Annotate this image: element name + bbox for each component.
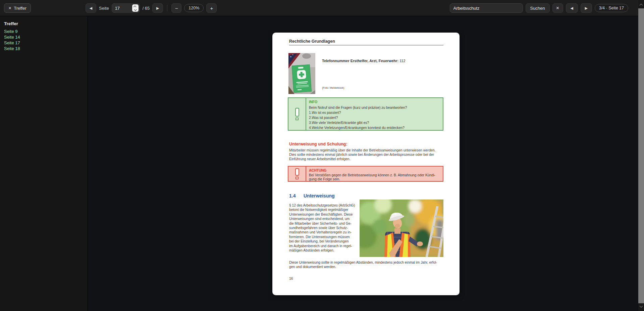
previous-page-button[interactable]: ◀ bbox=[86, 3, 96, 13]
training-section-paragraph: Mitarbeiter müssen regelmäßig über die I… bbox=[289, 148, 444, 162]
search-result-link[interactable]: Seite 18 bbox=[4, 46, 20, 51]
emergency-phone-line: Telefonnummer Ersthelfer, Arzt, Feuerweh… bbox=[322, 59, 406, 63]
window-scrollbar[interactable] bbox=[638, 0, 644, 311]
scroll-down-button[interactable] bbox=[638, 303, 644, 310]
clear-search-button[interactable]: ✕ bbox=[552, 3, 563, 13]
document-page: Rechtliche Grundlagen bbox=[272, 33, 460, 295]
paragraph-line: maßnahmen und Verhaltensregeln zu in- bbox=[289, 230, 359, 234]
scroll-up-button[interactable] bbox=[638, 1, 644, 8]
close-icon: ✕ bbox=[8, 6, 11, 10]
search-result-link[interactable]: Seite 9 bbox=[4, 29, 20, 34]
search-results-sidebar: Treffer Seite 9Seite 14Seite 17Seite 18 bbox=[0, 16, 88, 311]
next-page-icon: ▶ bbox=[156, 6, 159, 10]
paragraph-line: § 12 des Arbeitsschutzgesetzes (ArbSchG) bbox=[289, 203, 359, 208]
document-header: Rechtliche Grundlagen bbox=[289, 39, 335, 44]
search-results-list: Seite 9Seite 14Seite 17Seite 18 bbox=[4, 29, 20, 51]
minus-icon: − bbox=[175, 5, 178, 11]
plus-icon: + bbox=[210, 5, 213, 11]
training-section-title: Unterweisung und Schulung: bbox=[289, 142, 347, 146]
page-number-spinner[interactable] bbox=[112, 3, 140, 13]
search-result-link[interactable]: Seite 14 bbox=[4, 35, 20, 39]
chevron-up-icon bbox=[640, 3, 643, 7]
sidebar-title: Treffer bbox=[4, 21, 18, 26]
emergency-phone-label: Telefonnummer Ersthelfer, Arzt, Feuerweh… bbox=[322, 59, 398, 63]
paragraph-line: die Mitarbeiter über Sicherheits- und Ge… bbox=[289, 221, 359, 226]
warning-box-title: ACHTUNG bbox=[309, 168, 440, 172]
page-number-label: 16 bbox=[289, 276, 293, 280]
info-box-item: 2.Was ist passiert? bbox=[309, 115, 440, 120]
paragraph-line: Einführung neuer Arbeitsmittel erfolgen. bbox=[289, 157, 444, 161]
paragraph-line: im Aufgabenbereich und danach in regel- bbox=[289, 244, 359, 248]
warning-icon-cell bbox=[288, 167, 306, 181]
paragraph-line: Unterweisungen sind entscheidend, um bbox=[289, 217, 359, 221]
search-button-label: Suchen bbox=[530, 6, 545, 11]
emergency-phone-number: 112 bbox=[399, 59, 406, 63]
paragraph-line: Dies sollte mindestens einmal jährlich s… bbox=[289, 152, 444, 157]
search-result-link[interactable]: Seite 17 bbox=[4, 41, 20, 45]
first-aid-photo-graphic bbox=[288, 53, 315, 94]
chevron-down-icon bbox=[640, 304, 643, 308]
spinner-steppers[interactable] bbox=[132, 4, 139, 12]
closing-paragraph: Diese Unterweisung sollte in regelmäßige… bbox=[289, 260, 444, 269]
warning-box: ACHTUNG Bei Verstößen gegen die Betriebs… bbox=[288, 166, 443, 182]
next-match-icon: ▶ bbox=[585, 6, 587, 10]
paragraph-line: gen und dokumentiert werden. bbox=[289, 265, 444, 269]
zoom-in-button[interactable]: + bbox=[206, 3, 217, 13]
info-box-items: 1.Wo ist es passiert?2.Was ist passiert?… bbox=[309, 110, 440, 130]
page-total-label: / 65 bbox=[143, 6, 150, 11]
worker-looking-up-photo bbox=[360, 199, 443, 257]
spinner-up-icon bbox=[133, 5, 136, 8]
warning-line: Bei Verstößen gegen die Betriebsanweisun… bbox=[309, 173, 440, 177]
paragraph-line: Mitarbeiter müssen regelmäßig über die I… bbox=[289, 148, 444, 152]
exclamation-icon bbox=[295, 168, 299, 179]
info-box-intro: Beim Notruf sind die Fragen (kurz und pr… bbox=[309, 105, 440, 110]
info-box-item: 4.Welche Verletzungen/Erkrankungen konnt… bbox=[309, 125, 440, 130]
search-input[interactable] bbox=[450, 3, 523, 13]
next-page-button[interactable]: ▶ bbox=[152, 3, 163, 13]
warning-box-text: Bei Verstößen gegen die Betriebsanweisun… bbox=[309, 173, 440, 181]
scrollbar-thumb[interactable] bbox=[638, 8, 644, 303]
info-box: INFO Beim Notruf sind die Fragen (kurz u… bbox=[288, 97, 443, 131]
previous-match-icon: ◀ bbox=[570, 6, 573, 10]
section-heading-1-4: 1.4Unterweisung bbox=[289, 193, 335, 198]
worker-photo-graphic bbox=[360, 199, 443, 257]
match-counter-badge: 3/4 · Seite 17 bbox=[595, 4, 628, 12]
page-label: Seite bbox=[99, 6, 109, 11]
section-1-4-paragraph: § 12 des Arbeitsschutzgesetzes (ArbSchG)… bbox=[289, 203, 359, 253]
info-box-item: 1.Wo ist es passiert? bbox=[309, 110, 440, 115]
previous-match-button[interactable]: ◀ bbox=[566, 3, 578, 13]
paragraph-line: bei der Einstellung, bei Veränderungen bbox=[289, 239, 359, 243]
toolbar: ✕ Treffer ◀ Seite / 65 ▶ − 120% + bbox=[0, 0, 638, 16]
zoom-out-button[interactable]: − bbox=[171, 3, 181, 13]
previous-page-icon: ◀ bbox=[90, 6, 92, 10]
header-rule bbox=[289, 45, 443, 45]
warning-line: gung die Folge sein. bbox=[309, 177, 440, 181]
paragraph-line: sundheitsgefahren sowie über Schutz- bbox=[289, 226, 359, 230]
paragraph-line: Unterweisungen der Beschäftigten. Diese bbox=[289, 212, 359, 217]
toolbar-divider bbox=[167, 5, 167, 11]
info-box-title: INFO bbox=[309, 100, 440, 104]
paragraph-line: betont die Notwendigkeit regelmäßiger bbox=[289, 208, 359, 212]
next-match-button[interactable]: ▶ bbox=[581, 3, 592, 13]
info-icon-cell bbox=[288, 98, 306, 130]
close-search-panel-button[interactable]: ✕ Treffer bbox=[4, 3, 31, 13]
first-aid-bag-photo bbox=[288, 53, 315, 94]
close-icon: ✕ bbox=[556, 6, 559, 10]
paragraph-line: Diese Unterweisung sollte in regelmäßige… bbox=[289, 260, 444, 265]
zoom-level-badge[interactable]: 120% bbox=[184, 4, 204, 12]
search-button[interactable]: Suchen bbox=[526, 3, 550, 13]
spinner-down-icon bbox=[134, 8, 137, 11]
info-box-item: 3.Wie viele Verletzte/Erkrankte gibt es? bbox=[309, 120, 440, 125]
section-title: Unterweisung bbox=[304, 193, 335, 198]
treffer-button-label: Treffer bbox=[14, 6, 26, 11]
photo-caption: (Foto: Meldeblock) bbox=[322, 86, 344, 89]
exclamation-icon bbox=[295, 108, 299, 120]
paragraph-line: formieren. Die Unterweisungen müssen bbox=[289, 235, 359, 239]
section-number: 1.4 bbox=[289, 193, 304, 198]
paragraph-line: mäßigen Abständen erfolgen. bbox=[289, 248, 359, 253]
page-number-input[interactable] bbox=[115, 6, 128, 11]
